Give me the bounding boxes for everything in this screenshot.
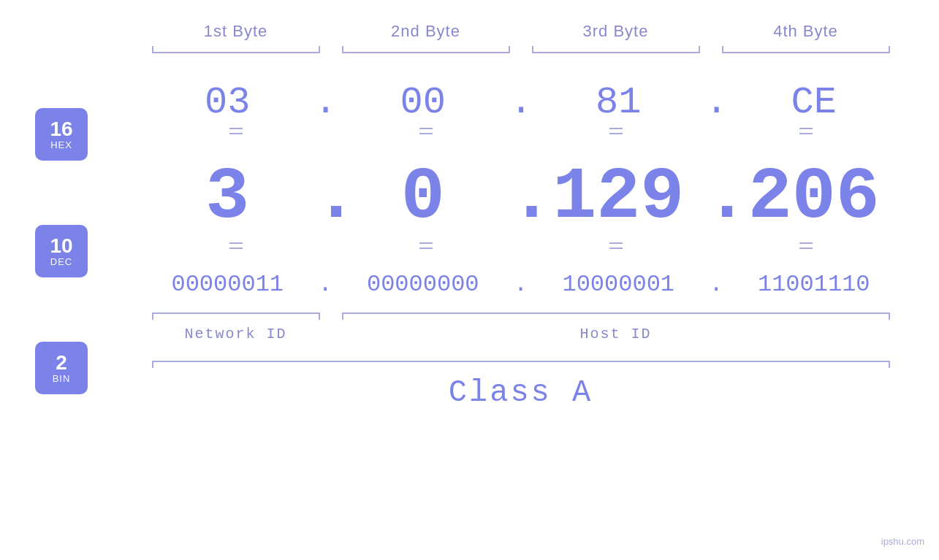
eq-bar-1a [229,128,243,129]
network-bracket-line [152,312,320,314]
host-id-label: Host ID [331,326,901,342]
bin-value-3: 10000001 [562,271,674,298]
eq2-4 [711,242,901,249]
hex-badge-number: 16 [50,119,72,139]
dec-badge: 10 DEC [35,225,88,277]
eq-pair-2 [419,128,433,134]
eq2-bar-2b [419,248,433,249]
hex-cell-1: 03 [141,81,315,124]
equals-row-1 [141,128,901,134]
bin-dot-2: . [510,271,532,298]
class-bracket-line [152,361,890,362]
hex-value-1: 03 [205,81,250,124]
hex-badge-label: HEX [50,139,72,150]
main-container: 16 HEX 10 DEC 2 BIN 1st Byte 2nd Byte 3r… [0,0,939,560]
hex-cell-2: 00 [336,81,510,124]
dec-cell-3: 129 [532,161,706,234]
hex-value-2: 00 [400,81,446,124]
dec-cell-2: 0 [336,161,510,234]
hex-cell-3: 81 [532,81,706,124]
eq-4 [711,128,901,134]
top-brackets [141,45,901,59]
host-bracket [331,305,901,320]
bracket-line-3 [532,52,700,53]
dec-dot-3: . [705,156,727,239]
eq-bar-1b [229,133,243,134]
bin-value-2: 00000000 [367,271,479,298]
eq-bar-3a [609,128,623,129]
eq2-2 [331,242,521,249]
bin-row: 00000011 . 00000000 . 10000001 . 1100111… [141,271,901,298]
eq-bar-4b [799,133,813,134]
dec-value-2: 0 [401,156,445,239]
network-bracket [141,305,331,320]
dec-dot-2: . [510,156,532,239]
dec-badge-label: DEC [50,256,72,267]
eq-bar-4a [799,128,813,129]
eq2-bar-3a [609,242,623,244]
dec-dot-1: . [314,156,336,239]
bottom-brackets [141,305,901,320]
eq2-3 [521,242,711,249]
dec-badge-number: 10 [50,236,72,256]
eq2-pair-1 [229,242,243,249]
class-bracket-row [141,353,901,368]
bracket-3 [521,45,711,59]
col-header-3: 3rd Byte [521,22,711,41]
eq-1 [141,128,331,134]
eq2-pair-3 [609,242,623,249]
hex-value-3: 81 [596,81,641,124]
bin-value-1: 00000011 [171,271,284,298]
bin-cell-2: 00000000 [336,271,510,298]
eq2-pair-4 [799,242,813,249]
bin-badge-number: 2 [56,353,67,373]
hex-cell-4: CE [727,81,901,124]
dec-cell-1: 3 [141,161,315,234]
eq-pair-3 [609,128,623,134]
eq2-1 [141,242,331,249]
dec-value-3: 129 [552,156,684,239]
bin-dot-3: . [705,271,727,298]
col-header-1: 1st Byte [141,22,331,41]
eq-pair-1 [229,128,243,134]
col-header-4: 4th Byte [711,22,901,41]
bin-cell-1: 00000011 [141,271,315,298]
bin-cell-3: 10000001 [532,271,706,298]
column-headers: 1st Byte 2nd Byte 3rd Byte 4th Byte [141,22,901,41]
hex-row: 03 . 00 . 81 . CE [141,81,901,124]
dec-cell-4: 206 [727,161,901,234]
hex-badge: 16 HEX [35,108,88,161]
bracket-line-1 [152,52,320,53]
eq-2 [331,128,521,134]
eq-3 [521,128,711,134]
col-header-2: 2nd Byte [331,22,521,41]
equals-row-2 [141,242,901,249]
eq2-bar-1a [229,242,243,244]
eq-bar-3b [609,133,623,134]
bin-cell-4: 11001110 [727,271,901,298]
dec-row: 3 . 0 . 129 . 206 [141,156,901,239]
eq2-pair-2 [419,242,433,249]
network-id-label: Network ID [141,326,331,342]
hex-dot-2: . [510,81,532,124]
segment-labels: Network ID Host ID [141,326,901,342]
dec-value-4: 206 [748,156,880,239]
bracket-line-2 [342,52,510,53]
bin-dot-1: . [314,271,336,298]
hex-value-4: CE [791,81,837,124]
eq2-bar-2a [419,242,433,244]
eq2-bar-4a [799,242,813,244]
hex-dot-1: . [314,81,336,124]
class-label: Class A [141,375,901,410]
bin-badge: 2 BIN [35,342,88,394]
host-bracket-line [342,312,890,314]
eq-bar-2a [419,128,433,129]
dec-value-1: 3 [205,156,249,239]
bracket-4 [711,45,901,59]
bracket-2 [331,45,521,59]
hex-dot-3: . [705,81,727,124]
eq-bar-2b [419,133,433,134]
bracket-1 [141,45,331,59]
eq2-bar-1b [229,248,243,249]
bin-badge-label: BIN [53,373,71,384]
